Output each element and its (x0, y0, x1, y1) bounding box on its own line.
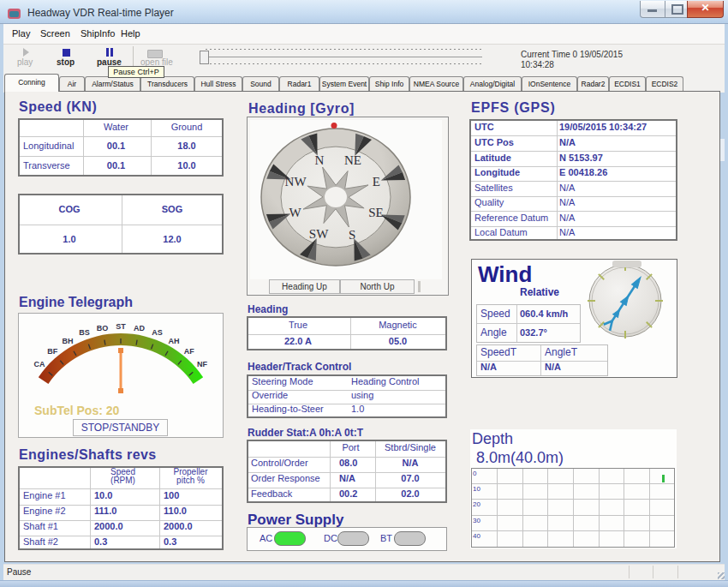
svg-text:W: W (289, 206, 302, 219)
svg-text:AF: AF (184, 347, 194, 356)
svg-text:BH: BH (63, 337, 74, 345)
svg-text:AH: AH (169, 337, 180, 345)
svg-text:ST: ST (116, 322, 126, 331)
svg-text:NE: NE (344, 153, 361, 167)
svg-text:BS: BS (79, 328, 90, 337)
svg-text:AS: AS (152, 328, 163, 337)
svg-text:E: E (373, 175, 380, 189)
svg-text:BO: BO (97, 324, 109, 332)
svg-text:SW: SW (309, 227, 329, 241)
svg-text:AD: AD (134, 324, 145, 332)
svg-text:SE: SE (368, 206, 384, 219)
svg-text:CA: CA (34, 360, 45, 368)
svg-text:NF: NF (197, 360, 207, 368)
svg-text:NW: NW (285, 175, 307, 189)
svg-text:S: S (349, 228, 355, 242)
svg-text:BF: BF (47, 347, 57, 356)
svg-text:N: N (314, 153, 324, 167)
